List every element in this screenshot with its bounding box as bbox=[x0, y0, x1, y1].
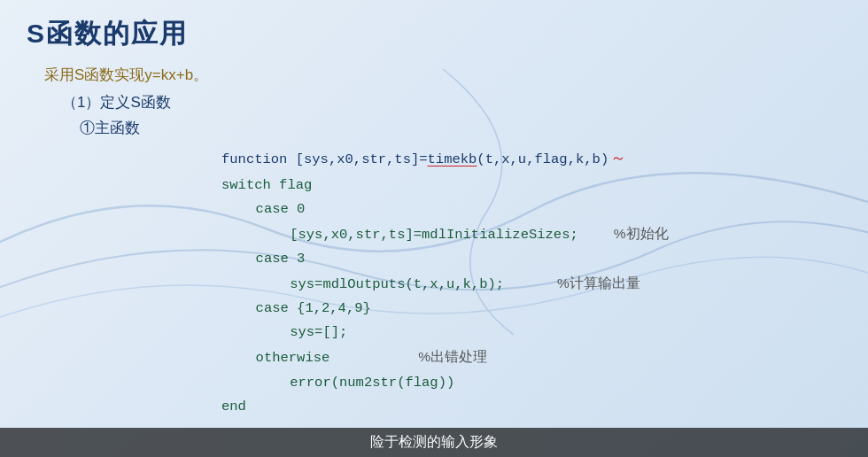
intro-text: 采用S函数实现y=kx+b。 bbox=[44, 65, 841, 85]
code-line-case0: case 0 bbox=[239, 198, 841, 221]
code-line-outputs: sys=mdlOutputs(t,x,u,k,b); %计算输出量 bbox=[257, 271, 841, 297]
code-otherwise: otherwise bbox=[239, 346, 329, 370]
code-init-comment: %初始化 bbox=[614, 221, 669, 245]
code-case0: case 0 bbox=[239, 198, 305, 221]
main-content: S函数的应用 采用S函数实现y=kx+b。 （1）定义S函数 ①主函数 func… bbox=[0, 0, 868, 435]
section1-label: （1）定义S函数 bbox=[62, 92, 841, 112]
code-outputs-code: sys=mdlOutputs(t,x,u,k,b); bbox=[257, 273, 504, 297]
code-outputs-comment: %计算输出量 bbox=[557, 271, 640, 295]
red-squiggle-icon: ～ bbox=[610, 145, 626, 174]
code-end: end bbox=[221, 395, 246, 419]
code-error: error(num2str(flag)) bbox=[257, 371, 454, 395]
code-line-end: end bbox=[221, 395, 841, 419]
code-line-error: error(num2str(flag)) bbox=[257, 371, 841, 395]
code-line-case3: case 3 bbox=[239, 247, 841, 271]
code-case3: case 3 bbox=[239, 247, 305, 271]
code-init-code: [sys,x0,str,ts]=mdlInitializeSizes; bbox=[257, 223, 578, 247]
code-line-case-multi: case {1,2,4,9} bbox=[239, 297, 841, 321]
code-block: function [sys,x0,str,ts]=timekb(t,x,u,fl… bbox=[221, 145, 841, 419]
code-line-otherwise: otherwise %出错处理 bbox=[239, 345, 841, 370]
code-switch: switch flag bbox=[221, 174, 312, 198]
code-function-name: timekb bbox=[428, 148, 477, 172]
code-line-switch: switch flag bbox=[221, 174, 841, 198]
code-line-init: [sys,x0,str,ts]=mdlInitializeSizes; %初始化 bbox=[257, 221, 841, 247]
code-line-sys-empty: sys=[]; bbox=[257, 321, 841, 345]
page-title: S函数的应用 bbox=[27, 16, 841, 52]
code-function-pre: function [sys,x0,str,ts]= bbox=[221, 148, 428, 172]
subsection1-label: ①主函数 bbox=[80, 118, 841, 138]
code-otherwise-comment: %出错处理 bbox=[418, 345, 487, 368]
code-line-function: function [sys,x0,str,ts]=timekb(t,x,u,fl… bbox=[221, 145, 841, 174]
code-case-multi: case {1,2,4,9} bbox=[239, 297, 371, 321]
code-function-post: (t,x,u,flag,k,b) bbox=[477, 148, 608, 172]
bottom-bar-text: 险于检测的输入形象 bbox=[370, 434, 498, 449]
bottom-bar: 险于检测的输入形象 bbox=[0, 428, 868, 457]
code-sys-empty: sys=[]; bbox=[257, 321, 347, 345]
